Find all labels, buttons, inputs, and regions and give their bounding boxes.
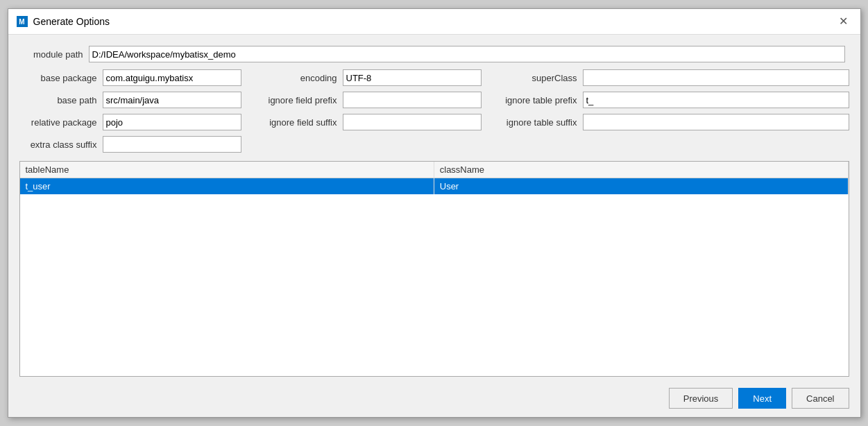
cell-table-name: t_user (20, 178, 434, 195)
title-bar: M Generate Options ✕ (8, 9, 860, 35)
close-button[interactable]: ✕ (835, 15, 852, 28)
relative-package-group: relative package (19, 114, 241, 130)
row-base-package: base package encoding superClass (19, 69, 849, 86)
ignore-field-prefix-group: ignore field prefix (253, 92, 482, 108)
generate-options-dialog: M Generate Options ✕ module path base pa… (8, 8, 861, 418)
mapping-table: tableName className t_userUser (20, 162, 849, 194)
encoding-input[interactable] (343, 69, 482, 86)
relative-package-input[interactable] (103, 114, 241, 130)
row-extra-class-suffix: extra class suffix (19, 136, 849, 153)
extra-class-suffix-group: extra class suffix (19, 136, 241, 153)
next-button[interactable]: Next (738, 388, 786, 409)
table-row[interactable]: t_userUser (20, 178, 849, 195)
ignore-field-prefix-label: ignore field prefix (253, 95, 343, 105)
base-path-label: base path (19, 95, 103, 105)
row-relative-package: relative package ignore field suffix ign… (19, 114, 849, 130)
cell-class-name: User (434, 178, 848, 195)
module-path-label: module path (19, 49, 89, 60)
table-container: tableName className t_userUser (19, 161, 849, 377)
table-header: tableName className (20, 162, 849, 178)
module-path-input[interactable] (89, 46, 845, 62)
dialog-footer: Previous Next Cancel (8, 382, 860, 417)
super-class-input[interactable] (583, 69, 849, 86)
ignore-table-suffix-input[interactable] (583, 114, 849, 130)
base-path-group: base path (19, 92, 241, 108)
title-bar-left: M Generate Options (17, 16, 110, 27)
base-package-group: base package (19, 69, 241, 86)
col-table-name: tableName (20, 162, 434, 178)
ignore-table-suffix-group: ignore table suffix (493, 114, 849, 130)
ignore-table-prefix-label: ignore table prefix (493, 95, 583, 105)
module-path-row: module path (19, 46, 849, 62)
base-package-input[interactable] (103, 69, 241, 86)
table-header-row: tableName className (20, 162, 849, 178)
row-base-path: base path ignore field prefix ignore tab… (19, 92, 849, 108)
ignore-table-suffix-label: ignore table suffix (493, 117, 583, 128)
extra-class-suffix-label: extra class suffix (19, 139, 103, 150)
col-class-name: className (434, 162, 848, 178)
cancel-button[interactable]: Cancel (792, 388, 849, 409)
encoding-label: encoding (253, 73, 343, 83)
dialog-content: module path base package encoding superC… (8, 35, 860, 382)
super-class-label: superClass (493, 73, 583, 83)
base-path-input[interactable] (103, 92, 241, 108)
ignore-table-prefix-group: ignore table prefix (493, 92, 849, 108)
ignore-field-suffix-input[interactable] (343, 114, 482, 130)
ignore-field-suffix-label: ignore field suffix (253, 117, 343, 128)
base-package-label: base package (19, 73, 103, 83)
dialog-title: Generate Options (33, 16, 110, 27)
encoding-group: encoding (253, 69, 482, 86)
extra-class-suffix-input[interactable] (103, 136, 241, 153)
relative-package-label: relative package (19, 117, 103, 128)
ignore-table-prefix-input[interactable] (583, 92, 849, 108)
ignore-field-prefix-input[interactable] (343, 92, 482, 108)
table-body: t_userUser (20, 178, 849, 195)
previous-button[interactable]: Previous (669, 388, 733, 409)
super-class-group: superClass (493, 69, 849, 86)
dialog-icon: M (17, 16, 28, 27)
ignore-field-suffix-group: ignore field suffix (253, 114, 482, 130)
